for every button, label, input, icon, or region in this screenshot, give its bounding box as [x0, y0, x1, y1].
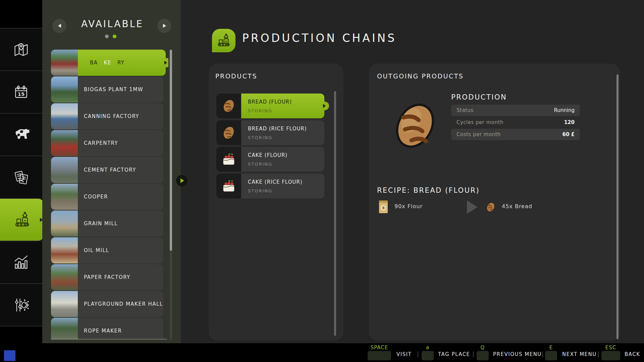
next-page-button[interactable] — [157, 19, 171, 33]
building-row-cooper[interactable]: COOPER — [51, 184, 163, 210]
production-row-cycles: Cycles per month 120 — [451, 117, 580, 128]
outgoing-scroll-thumb[interactable] — [616, 74, 619, 339]
building-list: BAKERY BIOGAS PLANT 1MW CANNING FACTORY … — [51, 50, 168, 340]
building-row-carpentry[interactable]: CARPENTRY — [51, 130, 163, 156]
selected-arrow-icon — [323, 104, 326, 108]
chevron-right-icon — [163, 24, 166, 28]
flour-bag-icon — [378, 200, 388, 214]
product-name: BREAD (FLOUR) — [248, 99, 292, 105]
product-row-bread-rice-flour[interactable]: BREAD (RICE FLOUR) STORING — [216, 120, 324, 145]
production-chains-badge — [212, 29, 235, 52]
bread-icon — [220, 97, 237, 115]
building-thumbnail — [51, 184, 78, 210]
e-keycap[interactable] — [545, 351, 557, 360]
sidebar-item-contracts[interactable] — [0, 156, 42, 198]
building-row-rope-maker[interactable]: ROPE MAKER — [51, 318, 163, 340]
map-icon — [12, 40, 31, 59]
building-label-part: BA — [90, 60, 98, 66]
hotbar-action-next-menu: NEXT MENU — [562, 351, 597, 357]
q-keycap[interactable] — [477, 351, 489, 360]
building-label: CANNING FACTORY — [84, 113, 139, 119]
building-thumbnail — [51, 318, 78, 340]
rail-divider — [0, 326, 42, 326]
bread-icon — [220, 124, 237, 141]
building-thumbnail — [51, 50, 78, 76]
building-thumbnail — [51, 264, 78, 290]
building-thumbnail — [51, 76, 78, 103]
sidebar-item-animals[interactable] — [0, 114, 42, 156]
sidebar-item-map[interactable] — [0, 28, 42, 70]
sidebar-item-settings[interactable] — [0, 284, 42, 326]
building-label: CARPENTRY — [84, 140, 118, 146]
recipe-output-text: 45x Bread — [502, 203, 532, 209]
key-hint-a: a — [422, 345, 434, 351]
hotbar-separator: | — [597, 351, 599, 357]
outgoing-panel-title: OUTGOING PRODUCTS — [377, 72, 464, 80]
row-label: Cycles per month — [457, 119, 503, 125]
space-keycap[interactable] — [368, 351, 391, 360]
products-scroll-thumb[interactable] — [334, 91, 336, 336]
recipe-title: RECIPE: BREAD (FLOUR) — [377, 186, 480, 194]
building-label: COOPER — [84, 194, 108, 200]
a-keycap[interactable] — [422, 351, 434, 360]
production-section-title: PRODUCTION — [451, 93, 507, 101]
production-chains-screen: 15 — [0, 0, 644, 362]
cake-icon — [220, 177, 237, 195]
hotbar-separator: | — [472, 351, 474, 357]
sidebar-item-calendar[interactable]: 15 — [0, 71, 42, 113]
hotbar-separator: | — [541, 351, 543, 357]
sidebar-item-production-chains[interactable] — [0, 199, 44, 241]
chevron-left-icon — [58, 24, 61, 28]
product-status: STORING — [248, 162, 272, 167]
hotbar-action-back: BACK — [625, 351, 640, 357]
available-panel-title: AVAILABLE — [67, 18, 158, 29]
calendar-icon: 15 — [12, 83, 31, 102]
settings-icon — [12, 296, 31, 314]
product-row-cake-rice-flour[interactable]: CAKE (RICE FLOUR) STORING — [216, 174, 324, 198]
key-hint-e: E — [545, 345, 557, 351]
row-label: Status — [457, 107, 474, 113]
status-value: Running — [554, 107, 575, 113]
svg-text:15: 15 — [18, 91, 25, 97]
building-thumbnail — [51, 291, 78, 317]
building-row-oil-mill[interactable]: OIL MILL — [51, 237, 163, 263]
building-row-biogas[interactable]: BIOGAS PLANT 1MW — [51, 76, 163, 103]
production-chains-icon — [216, 33, 232, 49]
building-list-scroll-thumb[interactable] — [170, 50, 172, 251]
building-row-playground-maker-hall[interactable]: PLAYGROUND MAKER HALL — [51, 291, 163, 317]
building-thumbnail — [51, 157, 78, 183]
sidebar-item-statistics[interactable] — [0, 241, 42, 283]
prev-page-button[interactable] — [52, 19, 66, 33]
page-dot-2-active[interactable] — [113, 35, 116, 38]
production-row-costs: Costs per month 60 £ — [451, 129, 580, 140]
product-row-bread-flour[interactable]: BREAD (FLOUR) STORING — [216, 94, 324, 118]
cow-icon — [11, 125, 31, 144]
statistics-icon — [12, 253, 31, 272]
collapse-panel-tab[interactable] — [176, 175, 187, 186]
building-row-cement-factory[interactable]: CEMENT FACTORY — [51, 157, 163, 183]
building-row-canning-factory[interactable]: CANNING FACTORY — [51, 103, 163, 129]
list-clip-line — [51, 339, 167, 340]
product-icon-cell — [216, 94, 241, 118]
product-icon-cell — [216, 147, 241, 172]
building-label: OIL MILL — [84, 247, 109, 253]
cake-icon — [220, 150, 237, 168]
building-row-grain-mill[interactable]: GRAIN MILL — [51, 210, 163, 237]
product-status: STORING — [248, 108, 272, 113]
building-thumbnail — [51, 210, 78, 237]
hotbar-action-previous-menu: PREVIOUS MENU — [493, 351, 542, 357]
hotbar-action-tag-place: TAG PLACE — [438, 351, 470, 357]
esc-keycap[interactable] — [601, 351, 620, 360]
page-title: PRODUCTION CHAINS — [242, 32, 396, 45]
building-row-paper-factory[interactable]: PAPER FACTORY — [51, 264, 163, 290]
recipe-arrow-icon — [467, 200, 478, 214]
page-dot-1[interactable] — [105, 35, 109, 38]
key-hint-space: SPACE — [368, 345, 391, 351]
building-label: BIOGAS PLANT 1MW — [84, 86, 143, 93]
input-indicator — [4, 350, 15, 361]
production-row-status: Status Running — [451, 105, 580, 116]
expand-arrow-icon — [180, 178, 184, 183]
building-label: PLAYGROUND MAKER HALL — [84, 301, 163, 307]
product-row-cake-flour[interactable]: CAKE (FLOUR) STORING — [216, 147, 324, 172]
building-row-bakery[interactable]: BAKERY — [51, 50, 163, 76]
